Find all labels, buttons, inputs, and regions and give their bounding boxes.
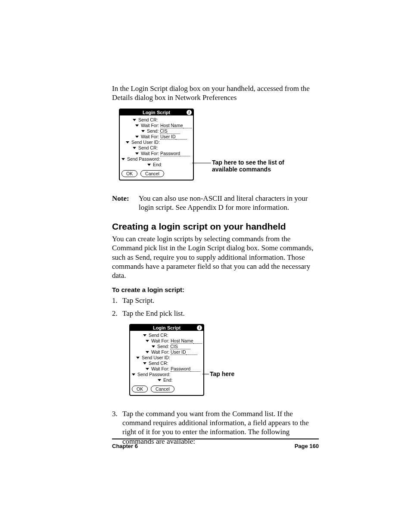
dropdown-icon[interactable]	[133, 119, 136, 121]
script-command-label: Wait For:	[140, 134, 160, 139]
step-text: Tap the command you want from the Comman…	[122, 409, 316, 446]
step-number: 3.	[112, 409, 122, 418]
dropdown-icon[interactable]	[146, 368, 149, 370]
section-heading: Creating a login script on your handheld	[112, 221, 319, 232]
dropdown-icon[interactable]	[121, 158, 125, 160]
dropdown-icon[interactable]	[143, 362, 146, 364]
script-command-label: Wait For:	[140, 123, 160, 128]
script-row[interactable]: Send User ID:	[121, 140, 191, 145]
underline-filler	[193, 338, 202, 344]
step-number: 2.	[112, 309, 122, 318]
dropdown-icon[interactable]	[126, 141, 129, 143]
script-row[interactable]: Send Password:	[132, 372, 202, 377]
dropdown-icon[interactable]	[146, 351, 149, 353]
underline-filler	[168, 128, 180, 134]
dialog-title: Login Script i	[130, 325, 203, 331]
script-value[interactable]: CIS	[170, 344, 178, 349]
script-row[interactable]: Wait For: User ID	[121, 134, 191, 139]
step-text: Tap Script.	[122, 296, 154, 305]
figure-1: Login Script i Send CR: Wait For: Host N…	[112, 109, 319, 186]
dropdown-icon[interactable]	[135, 124, 139, 127]
script-value[interactable]: Password	[171, 366, 190, 372]
script-value[interactable]: User ID	[171, 349, 186, 355]
script-row[interactable]: Send CR:	[121, 145, 191, 150]
script-row[interactable]: Wait For: Password	[121, 151, 191, 156]
script-command-label: Wait For:	[150, 349, 171, 355]
dropdown-icon[interactable]	[152, 345, 155, 348]
dialog-title-text: Login Script	[143, 110, 170, 115]
dropdown-icon[interactable]	[158, 379, 161, 381]
login-script-dialog: Login Script i Send CR: Wait For: Host N…	[119, 109, 194, 180]
script-row[interactable]: Wait For: Host Name	[121, 123, 191, 128]
dropdown-icon[interactable]	[132, 373, 135, 376]
dialog-body: Send CR: Wait For: Host Name Send: CIS W…	[130, 331, 203, 383]
dropdown-icon[interactable]	[135, 136, 139, 138]
script-command-label: Wait For:	[150, 338, 171, 343]
cancel-button[interactable]: Cancel	[140, 170, 164, 177]
note-block: Note: You can also use non-ASCII and lit…	[112, 194, 319, 212]
script-value[interactable]: User ID	[160, 134, 176, 140]
script-row[interactable]: Send CR:	[132, 361, 202, 366]
script-value[interactable]: Host Name	[160, 123, 183, 128]
script-command-label: Send CR:	[147, 333, 168, 338]
dropdown-icon[interactable]	[146, 340, 149, 342]
footer-rule	[112, 439, 319, 439]
underline-filler	[183, 123, 192, 128]
ok-button[interactable]: OK	[132, 386, 148, 392]
script-row[interactable]: Send User ID:	[132, 355, 202, 360]
dropdown-icon[interactable]	[141, 130, 145, 132]
script-row[interactable]: Send: CIS	[121, 128, 191, 134]
underline-filler	[178, 344, 190, 349]
info-icon[interactable]: i	[197, 325, 202, 330]
step-text: Tap the End pick list.	[122, 309, 185, 317]
script-command-label: Send Password:	[126, 156, 160, 162]
script-command-label: Send User ID:	[130, 140, 160, 145]
step-3: 3.Tap the command you want from the Comm…	[112, 409, 319, 446]
intro-paragraph: In the Login Script dialog box on your h…	[112, 84, 319, 103]
script-row[interactable]: Send CR:	[132, 333, 202, 338]
script-command-label: Send Password:	[136, 372, 170, 377]
dialog-title: Login Script i	[120, 109, 193, 115]
script-row[interactable]: Wait For: Host Name	[132, 338, 202, 343]
ok-button[interactable]: OK	[121, 170, 137, 177]
dropdown-icon[interactable]	[136, 357, 140, 359]
script-row[interactable]: Send Password:	[121, 156, 191, 162]
script-command-label: Send CR:	[137, 145, 158, 150]
script-command-label: Wait For:	[140, 151, 160, 156]
script-command-label: End:	[162, 377, 173, 383]
cancel-button[interactable]: Cancel	[151, 386, 174, 392]
underline-filler	[190, 366, 200, 372]
script-command-label: Send User ID:	[140, 355, 170, 360]
script-value[interactable]: CIS	[160, 128, 168, 134]
script-command-label: Send:	[156, 344, 170, 349]
script-row[interactable]: End:	[121, 162, 191, 167]
step-1: 1.Tap Script.	[112, 296, 319, 305]
script-row[interactable]: End:	[132, 377, 202, 383]
callout-line	[192, 163, 211, 163]
script-row[interactable]: Wait For: Password	[132, 366, 202, 371]
script-command-label: Send CR:	[137, 117, 158, 122]
dropdown-icon[interactable]	[133, 147, 136, 149]
note-body: You can also use non-ASCII and literal c…	[139, 194, 319, 212]
login-script-dialog: Login Script i Send CR: Wait For: Host N…	[129, 324, 204, 396]
script-row[interactable]: Wait For: User ID	[132, 349, 202, 355]
script-row[interactable]: Send: CIS	[132, 344, 202, 349]
procedure-subhead: To create a login script:	[112, 286, 319, 293]
dropdown-icon[interactable]	[135, 152, 139, 155]
footer-chapter: Chapter 6	[112, 443, 138, 449]
dialog-title-text: Login Script	[153, 325, 181, 330]
underline-filler	[186, 349, 197, 355]
script-value[interactable]: Password	[160, 151, 180, 156]
info-icon[interactable]: i	[187, 110, 192, 115]
script-command-label: End:	[152, 162, 162, 167]
step-number: 1.	[112, 296, 122, 305]
callout-line	[202, 374, 209, 374]
callout-2: Tap here	[210, 370, 234, 378]
dropdown-icon[interactable]	[143, 334, 146, 336]
dialog-body: Send CR: Wait For: Host Name Send: CIS W…	[120, 115, 193, 167]
callout-1: Tap here to see the list of available co…	[212, 159, 302, 174]
script-row[interactable]: Send CR:	[121, 117, 191, 122]
dropdown-icon[interactable]	[147, 164, 151, 166]
note-label: Note:	[112, 194, 139, 212]
script-value[interactable]: Host Name	[171, 338, 193, 344]
